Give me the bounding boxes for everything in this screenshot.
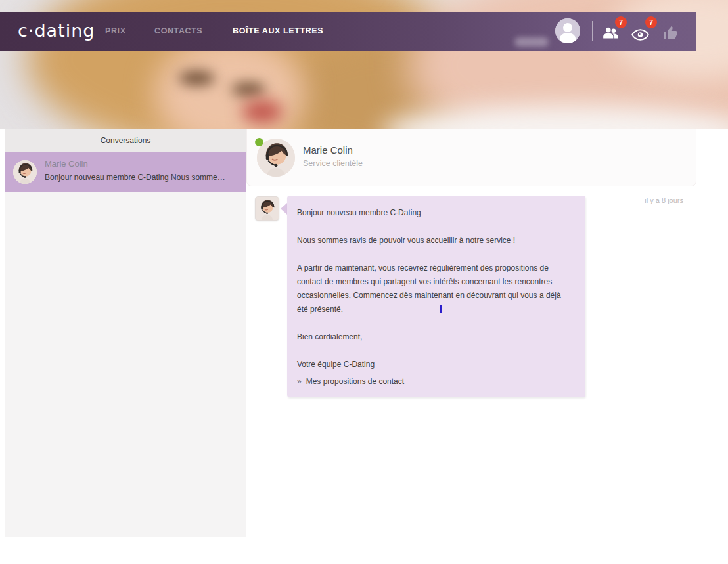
- link-label: Mes propositions de contact: [306, 377, 404, 386]
- nav-item-prix[interactable]: PRIX: [105, 26, 126, 35]
- conversation-name: Marie Colin: [45, 159, 88, 169]
- profile-visitors-button[interactable]: 7: [631, 17, 653, 43]
- message-timestamp: il y a 8 jours: [578, 196, 683, 204]
- contact-proposals-link[interactable]: »Mes propositions de contact: [297, 377, 404, 386]
- message-paragraph: A partir de maintenant, vous recevrez ré…: [297, 261, 572, 316]
- contact-proposals-button[interactable]: 7: [601, 17, 623, 43]
- top-nav-bar: c·dating PRIX CONTACTS BOÎTE AUX LETTRES…: [0, 12, 696, 51]
- people-icon: [601, 25, 620, 42]
- visitors-badge: 7: [645, 16, 657, 28]
- message-paragraph: Nous sommes ravis de pouvoir vous accuei…: [297, 234, 572, 248]
- conversations-title: Conversations: [5, 129, 246, 152]
- conversation-avatar: [13, 160, 37, 184]
- contacts-badge: 7: [615, 16, 627, 28]
- nav-item-contacts[interactable]: CONTACTS: [154, 26, 202, 35]
- brand-logo[interactable]: c·dating: [18, 20, 95, 41]
- bubble-pointer: [281, 203, 287, 215]
- message-paragraph: Bien cordialement,: [297, 330, 572, 344]
- page: c·dating PRIX CONTACTS BOÎTE AUX LETTRES…: [0, 0, 728, 564]
- eye-icon: [631, 28, 650, 42]
- message-paragraph: Bonjour nouveau membre C-Dating: [297, 206, 572, 220]
- link-arrow: »: [297, 377, 302, 386]
- text-cursor: [440, 305, 442, 313]
- support-agent-photo: [13, 160, 37, 184]
- person-silhouette-icon: [555, 18, 580, 43]
- chat-header: Marie Colin Service clientèle: [246, 129, 696, 186]
- chat-partner-role: Service clientèle: [303, 159, 363, 168]
- message-bubble: Bonjour nouveau membre C-Dating Nous som…: [287, 196, 585, 397]
- header-divider: [592, 21, 593, 41]
- username-redacted: [514, 37, 549, 47]
- conversation-preview: Bonjour nouveau membre C-Dating Nous som…: [45, 173, 225, 182]
- conversation-list-item[interactable]: Marie Colin Bonjour nouveau membre C-Dat…: [5, 152, 246, 192]
- conversations-sidebar: Conversations Marie Colin Bonjour nouvea…: [5, 129, 246, 537]
- support-agent-photo: [256, 197, 279, 220]
- message-sender-avatar: [255, 196, 279, 221]
- message-paragraph: Votre équipe C-Dating: [297, 358, 572, 372]
- chat-partner-name: Marie Colin: [303, 144, 353, 156]
- user-avatar[interactable]: [555, 18, 580, 43]
- nav-item-mailbox[interactable]: BOÎTE AUX LETTRES: [233, 26, 323, 35]
- likes-button[interactable]: [662, 17, 685, 43]
- online-status-dot: [255, 138, 263, 146]
- thumbs-up-icon: [662, 25, 679, 42]
